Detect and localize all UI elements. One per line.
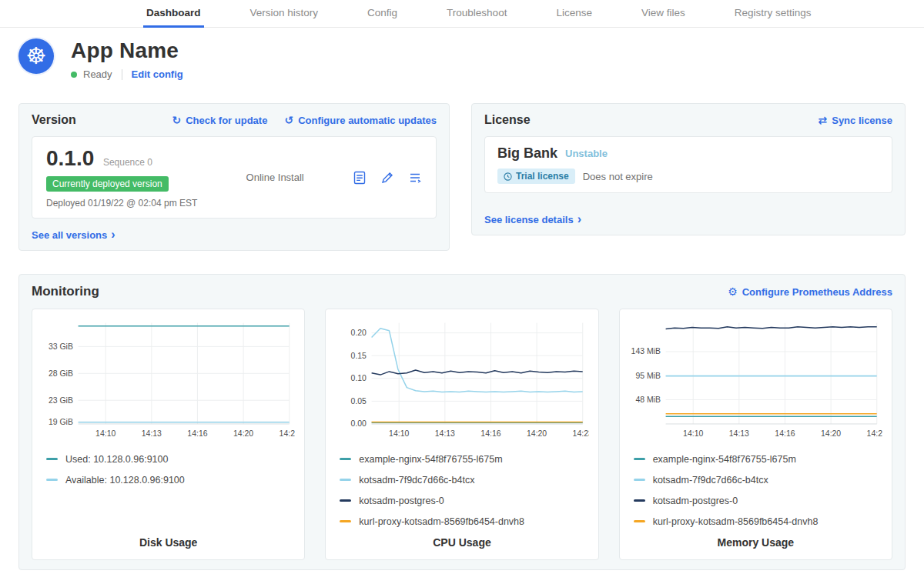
legend-item: kurl-proxy-kotsadm-8569fb6454-dnvh8 bbox=[340, 516, 588, 527]
check-for-update-label: Check for update bbox=[186, 115, 267, 126]
deployed-timestamp: Deployed 01/19/22 @ 02:04 pm EST bbox=[46, 198, 197, 209]
legend-item: kotsadm-7f9dc7d66c-b4tcx bbox=[340, 475, 588, 486]
gear-icon: ⚙ bbox=[728, 286, 738, 297]
svg-text:14:13: 14:13 bbox=[142, 429, 162, 438]
app-status-row: Ready Edit config bbox=[71, 68, 183, 80]
legend-item: Available: 10.128.0.96:9100 bbox=[46, 475, 295, 486]
kubernetes-logo-icon: ☸ bbox=[18, 38, 54, 74]
edit-config-link[interactable]: Edit config bbox=[132, 68, 183, 80]
current-version-panel: 0.1.0 Sequence 0 Currently deployed vers… bbox=[32, 136, 437, 219]
install-type-label: Online Install bbox=[197, 172, 353, 183]
legend-label: example-nginx-54f8f76755-l675m bbox=[653, 454, 796, 465]
vertical-divider bbox=[122, 69, 122, 80]
sync-license-label: Sync license bbox=[832, 115, 892, 126]
see-all-versions-label: See all versions bbox=[32, 229, 107, 241]
legend-item: kotsadm-postgres-0 bbox=[340, 496, 588, 506]
helm-wheel-glyph: ☸ bbox=[26, 45, 47, 68]
status-text: Ready bbox=[83, 68, 112, 80]
legend-label: Used: 10.128.0.96:9100 bbox=[65, 454, 168, 465]
license-heading: License bbox=[484, 113, 531, 127]
svg-text:14:10: 14:10 bbox=[389, 429, 409, 438]
version-number: 0.1.0 bbox=[46, 146, 94, 170]
check-for-update-link[interactable]: ↻ Check for update bbox=[172, 115, 267, 126]
tab-troubleshoot[interactable]: Troubleshoot bbox=[444, 0, 510, 28]
version-card: Version ↻ Check for update ↺ Configure a… bbox=[18, 103, 450, 251]
legend-swatch-icon bbox=[634, 499, 645, 502]
refresh-icon: ↻ bbox=[172, 115, 181, 125]
svg-text:95 MiB: 95 MiB bbox=[635, 372, 661, 380]
tab-dashboard[interactable]: Dashboard bbox=[143, 0, 204, 28]
deploy-logs-icon[interactable] bbox=[408, 171, 422, 185]
charts-row: 33 GiB28 GiB23 GiB19 GiB14:1014:1314:161… bbox=[32, 309, 892, 560]
legend-item: kotsadm-postgres-0 bbox=[634, 496, 882, 506]
top-nav: Dashboard Version history Config Trouble… bbox=[0, 0, 924, 28]
release-notes-icon[interactable] bbox=[353, 171, 367, 185]
see-license-details-label: See license details bbox=[484, 214, 574, 225]
monitoring-section: Monitoring ⚙ Configure Prometheus Addres… bbox=[18, 274, 906, 570]
status-dot-icon bbox=[71, 72, 77, 78]
sync-icon: ⇄ bbox=[818, 115, 827, 125]
memory-usage-chart: 143 MiB95 MiB48 MiB14:1014:1314:1614:201… bbox=[629, 317, 882, 443]
svg-text:48 MiB: 48 MiB bbox=[635, 395, 661, 404]
disk-usage-card: 33 GiB28 GiB23 GiB19 GiB14:1014:1314:161… bbox=[32, 309, 305, 560]
legend-label: kotsadm-7f9dc7d66c-b4tcx bbox=[653, 475, 768, 486]
svg-text:14:13: 14:13 bbox=[728, 429, 748, 438]
svg-text:14:16: 14:16 bbox=[481, 429, 501, 438]
version-action-icons bbox=[353, 171, 422, 185]
chevron-right-icon: › bbox=[111, 229, 115, 241]
svg-text:14:10: 14:10 bbox=[683, 429, 703, 438]
legend-label: kurl-proxy-kotsadm-8569fb6454-dnvh8 bbox=[653, 516, 819, 527]
disk-usage-chart: 33 GiB28 GiB23 GiB19 GiB14:1014:1314:161… bbox=[42, 317, 295, 443]
legend-swatch-icon bbox=[634, 520, 645, 522]
tab-version-history[interactable]: Version history bbox=[247, 0, 322, 28]
legend-swatch-icon bbox=[634, 458, 645, 460]
svg-text:14:16: 14:16 bbox=[187, 429, 207, 438]
deployed-badge: Currently deployed version bbox=[46, 176, 169, 192]
legend-swatch-icon bbox=[340, 520, 351, 522]
tab-view-files[interactable]: View files bbox=[638, 0, 688, 28]
memory-usage-legend: example-nginx-54f8f76755-l675mkotsadm-7f… bbox=[629, 454, 882, 527]
tab-registry-settings[interactable]: Registry settings bbox=[732, 0, 815, 28]
see-license-details-link[interactable]: See license details › bbox=[484, 213, 581, 225]
configure-automatic-updates-link[interactable]: ↺ Configure automatic updates bbox=[284, 115, 437, 126]
tab-license[interactable]: License bbox=[553, 0, 595, 28]
channel-badge: Unstable bbox=[565, 148, 608, 159]
chevron-right-icon: › bbox=[578, 213, 581, 225]
chart-title: CPU Usage bbox=[335, 527, 588, 549]
svg-text:14:23: 14:23 bbox=[573, 429, 589, 438]
sync-license-link[interactable]: ⇄ Sync license bbox=[818, 115, 892, 126]
legend-swatch-icon bbox=[46, 458, 58, 460]
legend-label: kotsadm-postgres-0 bbox=[359, 496, 444, 506]
trial-license-badge: Trial license bbox=[497, 169, 575, 184]
monitoring-heading: Monitoring bbox=[32, 284, 99, 299]
legend-swatch-icon bbox=[46, 479, 58, 481]
legend-item: Used: 10.128.0.96:9100 bbox=[46, 454, 295, 465]
edit-config-icon[interactable] bbox=[380, 171, 394, 185]
tab-config[interactable]: Config bbox=[364, 0, 400, 28]
svg-text:28 GiB: 28 GiB bbox=[49, 369, 73, 378]
license-panel: Big Bank Unstable Trial license Does not… bbox=[484, 136, 892, 193]
legend-label: example-nginx-54f8f76755-l675m bbox=[359, 454, 502, 465]
svg-text:14:16: 14:16 bbox=[775, 429, 795, 438]
cpu-usage-card: 0.200.150.100.050.0014:1014:1314:1614:20… bbox=[325, 309, 598, 560]
dashboard-page: ☸ App Name Ready Edit config Version ↻ C… bbox=[0, 28, 924, 570]
version-header-actions: ↻ Check for update ↺ Configure automatic… bbox=[172, 115, 437, 126]
trial-license-label: Trial license bbox=[516, 171, 569, 182]
legend-label: kurl-proxy-kotsadm-8569fb6454-dnvh8 bbox=[359, 516, 524, 527]
svg-text:0.00: 0.00 bbox=[351, 419, 367, 428]
svg-text:14:13: 14:13 bbox=[435, 429, 455, 438]
see-all-versions-link[interactable]: See all versions › bbox=[32, 229, 116, 241]
svg-text:14:20: 14:20 bbox=[233, 429, 253, 438]
configure-automatic-updates-label: Configure automatic updates bbox=[298, 115, 437, 126]
version-number-row: 0.1.0 Sequence 0 bbox=[46, 146, 197, 171]
configure-prometheus-link[interactable]: ⚙ Configure Prometheus Address bbox=[728, 286, 892, 298]
memory-usage-card: 143 MiB95 MiB48 MiB14:1014:1314:1614:201… bbox=[619, 309, 892, 560]
customer-row: Big Bank Unstable bbox=[497, 145, 879, 162]
legend-item: kotsadm-7f9dc7d66c-b4tcx bbox=[634, 475, 882, 486]
legend-label: kotsadm-postgres-0 bbox=[653, 496, 738, 506]
svg-text:14:23: 14:23 bbox=[280, 429, 296, 438]
svg-text:14:10: 14:10 bbox=[95, 429, 116, 438]
page-title: App Name bbox=[71, 38, 183, 63]
cpu-usage-legend: example-nginx-54f8f76755-l675mkotsadm-7f… bbox=[335, 454, 588, 527]
configure-prometheus-label: Configure Prometheus Address bbox=[742, 286, 892, 298]
